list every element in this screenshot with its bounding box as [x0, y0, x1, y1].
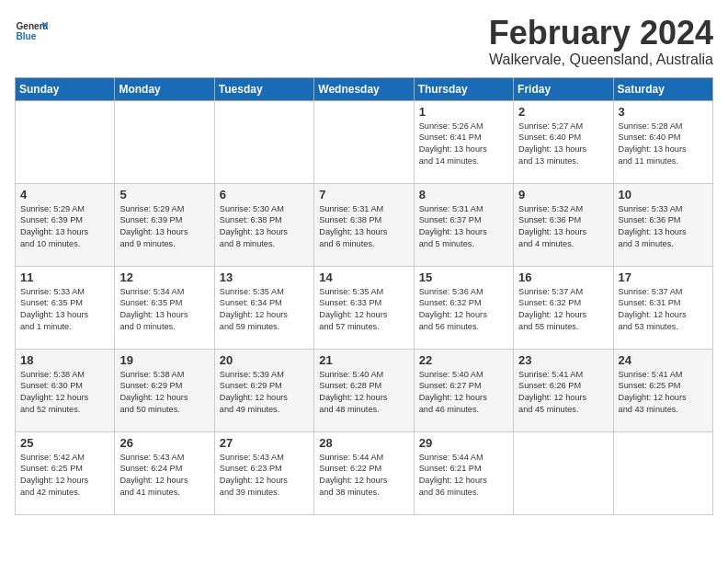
day-number: 25: [20, 436, 109, 450]
header-tuesday: Tuesday: [214, 77, 313, 100]
table-row: [514, 431, 613, 514]
table-row: 8Sunrise: 5:31 AM Sunset: 6:37 PM Daylig…: [414, 183, 513, 266]
day-info: Sunrise: 5:35 AM Sunset: 6:34 PM Dayligh…: [220, 286, 309, 334]
table-row: 21Sunrise: 5:40 AM Sunset: 6:28 PM Dayli…: [314, 349, 414, 431]
day-number: 7: [319, 188, 408, 201]
table-row: 27Sunrise: 5:43 AM Sunset: 6:23 PM Dayli…: [214, 431, 313, 514]
table-row: 9Sunrise: 5:32 AM Sunset: 6:36 PM Daylig…: [514, 183, 613, 266]
table-row: 4Sunrise: 5:29 AM Sunset: 6:39 PM Daylig…: [16, 183, 115, 266]
day-number: 10: [619, 188, 708, 201]
header-monday: Monday: [115, 77, 214, 100]
day-number: 20: [220, 353, 309, 367]
day-number: 18: [20, 353, 109, 367]
calendar-week-row: 18Sunrise: 5:38 AM Sunset: 6:30 PM Dayli…: [16, 349, 713, 431]
table-row: [314, 100, 414, 183]
day-info: Sunrise: 5:30 AM Sunset: 6:38 PM Dayligh…: [220, 203, 309, 251]
day-number: 15: [419, 270, 508, 284]
day-number: 5: [119, 188, 209, 201]
calendar-title: February 2024: [489, 15, 713, 52]
table-row: 14Sunrise: 5:35 AM Sunset: 6:33 PM Dayli…: [314, 266, 414, 349]
calendar-week-row: 4Sunrise: 5:29 AM Sunset: 6:39 PM Daylig…: [16, 183, 713, 266]
day-info: Sunrise: 5:41 AM Sunset: 6:25 PM Dayligh…: [619, 369, 708, 417]
day-number: 27: [220, 436, 309, 450]
day-info: Sunrise: 5:37 AM Sunset: 6:32 PM Dayligh…: [518, 286, 608, 334]
header-saturday: Saturday: [613, 77, 712, 100]
table-row: [115, 100, 214, 183]
day-number: 12: [119, 270, 209, 284]
day-info: Sunrise: 5:43 AM Sunset: 6:23 PM Dayligh…: [220, 452, 309, 500]
day-info: Sunrise: 5:27 AM Sunset: 6:40 PM Dayligh…: [518, 121, 608, 168]
table-row: 15Sunrise: 5:36 AM Sunset: 6:32 PM Dayli…: [414, 266, 513, 349]
page-header: General Blue February 2024 Walkervale, Q…: [15, 15, 713, 68]
day-info: Sunrise: 5:34 AM Sunset: 6:35 PM Dayligh…: [119, 286, 209, 334]
calendar-header-row: Sunday Monday Tuesday Wednesday Thursday…: [16, 77, 713, 100]
table-row: 28Sunrise: 5:44 AM Sunset: 6:22 PM Dayli…: [314, 431, 414, 514]
day-number: 11: [20, 270, 109, 284]
day-info: Sunrise: 5:31 AM Sunset: 6:38 PM Dayligh…: [319, 203, 408, 251]
day-info: Sunrise: 5:38 AM Sunset: 6:30 PM Dayligh…: [20, 369, 109, 417]
day-info: Sunrise: 5:29 AM Sunset: 6:39 PM Dayligh…: [119, 203, 209, 251]
day-info: Sunrise: 5:33 AM Sunset: 6:35 PM Dayligh…: [20, 286, 109, 334]
day-number: 3: [619, 105, 708, 119]
day-number: 21: [319, 353, 408, 367]
table-row: 19Sunrise: 5:38 AM Sunset: 6:29 PM Dayli…: [115, 349, 214, 431]
table-row: 23Sunrise: 5:41 AM Sunset: 6:26 PM Dayli…: [514, 349, 613, 431]
table-row: 29Sunrise: 5:44 AM Sunset: 6:21 PM Dayli…: [414, 431, 513, 514]
logo-icon: General Blue: [15, 15, 48, 48]
calendar-table: Sunday Monday Tuesday Wednesday Thursday…: [15, 77, 713, 515]
table-row: 11Sunrise: 5:33 AM Sunset: 6:35 PM Dayli…: [16, 266, 115, 349]
day-info: Sunrise: 5:26 AM Sunset: 6:41 PM Dayligh…: [419, 121, 508, 168]
day-info: Sunrise: 5:41 AM Sunset: 6:26 PM Dayligh…: [518, 369, 608, 417]
day-info: Sunrise: 5:44 AM Sunset: 6:22 PM Dayligh…: [319, 452, 408, 500]
day-info: Sunrise: 5:39 AM Sunset: 6:29 PM Dayligh…: [220, 369, 309, 417]
day-info: Sunrise: 5:40 AM Sunset: 6:28 PM Dayligh…: [319, 369, 408, 417]
table-row: 2Sunrise: 5:27 AM Sunset: 6:40 PM Daylig…: [514, 100, 613, 183]
table-row: 17Sunrise: 5:37 AM Sunset: 6:31 PM Dayli…: [613, 266, 712, 349]
day-info: Sunrise: 5:40 AM Sunset: 6:27 PM Dayligh…: [419, 369, 508, 417]
table-row: 26Sunrise: 5:43 AM Sunset: 6:24 PM Dayli…: [115, 431, 214, 514]
table-row: [16, 100, 115, 183]
logo: General Blue: [15, 15, 48, 48]
day-info: Sunrise: 5:44 AM Sunset: 6:21 PM Dayligh…: [419, 452, 508, 500]
table-row: 7Sunrise: 5:31 AM Sunset: 6:38 PM Daylig…: [314, 183, 414, 266]
table-row: 25Sunrise: 5:42 AM Sunset: 6:25 PM Dayli…: [16, 431, 115, 514]
day-info: Sunrise: 5:35 AM Sunset: 6:33 PM Dayligh…: [319, 286, 408, 334]
calendar-week-row: 1Sunrise: 5:26 AM Sunset: 6:41 PM Daylig…: [16, 100, 713, 183]
table-row: 6Sunrise: 5:30 AM Sunset: 6:38 PM Daylig…: [214, 183, 313, 266]
table-row: 12Sunrise: 5:34 AM Sunset: 6:35 PM Dayli…: [115, 266, 214, 349]
day-number: 17: [619, 270, 708, 284]
day-number: 23: [518, 353, 608, 367]
day-info: Sunrise: 5:42 AM Sunset: 6:25 PM Dayligh…: [20, 452, 109, 500]
day-info: Sunrise: 5:33 AM Sunset: 6:36 PM Dayligh…: [619, 203, 708, 251]
table-row: [613, 431, 712, 514]
header-thursday: Thursday: [414, 77, 513, 100]
table-row: 16Sunrise: 5:37 AM Sunset: 6:32 PM Dayli…: [514, 266, 613, 349]
day-number: 4: [20, 188, 109, 201]
day-number: 26: [119, 436, 209, 450]
day-number: 9: [518, 188, 608, 201]
day-number: 16: [518, 270, 608, 284]
table-row: 1Sunrise: 5:26 AM Sunset: 6:41 PM Daylig…: [414, 100, 513, 183]
day-info: Sunrise: 5:36 AM Sunset: 6:32 PM Dayligh…: [419, 286, 508, 334]
header-sunday: Sunday: [16, 77, 115, 100]
table-row: [214, 100, 313, 183]
day-info: Sunrise: 5:38 AM Sunset: 6:29 PM Dayligh…: [119, 369, 209, 417]
calendar-subtitle: Walkervale, Queensland, Australia: [489, 52, 713, 68]
day-number: 22: [419, 353, 508, 367]
table-row: 24Sunrise: 5:41 AM Sunset: 6:25 PM Dayli…: [613, 349, 712, 431]
day-number: 14: [319, 270, 408, 284]
table-row: 22Sunrise: 5:40 AM Sunset: 6:27 PM Dayli…: [414, 349, 513, 431]
day-number: 28: [319, 436, 408, 450]
day-number: 8: [419, 188, 508, 201]
table-row: 20Sunrise: 5:39 AM Sunset: 6:29 PM Dayli…: [214, 349, 313, 431]
calendar-week-row: 11Sunrise: 5:33 AM Sunset: 6:35 PM Dayli…: [16, 266, 713, 349]
day-number: 19: [119, 353, 209, 367]
day-info: Sunrise: 5:37 AM Sunset: 6:31 PM Dayligh…: [619, 286, 708, 334]
table-row: 3Sunrise: 5:28 AM Sunset: 6:40 PM Daylig…: [613, 100, 712, 183]
day-number: 2: [518, 105, 608, 119]
day-info: Sunrise: 5:32 AM Sunset: 6:36 PM Dayligh…: [518, 203, 608, 251]
day-number: 6: [220, 188, 309, 201]
day-number: 24: [619, 353, 708, 367]
day-number: 1: [419, 105, 508, 119]
svg-text:Blue: Blue: [16, 31, 36, 41]
